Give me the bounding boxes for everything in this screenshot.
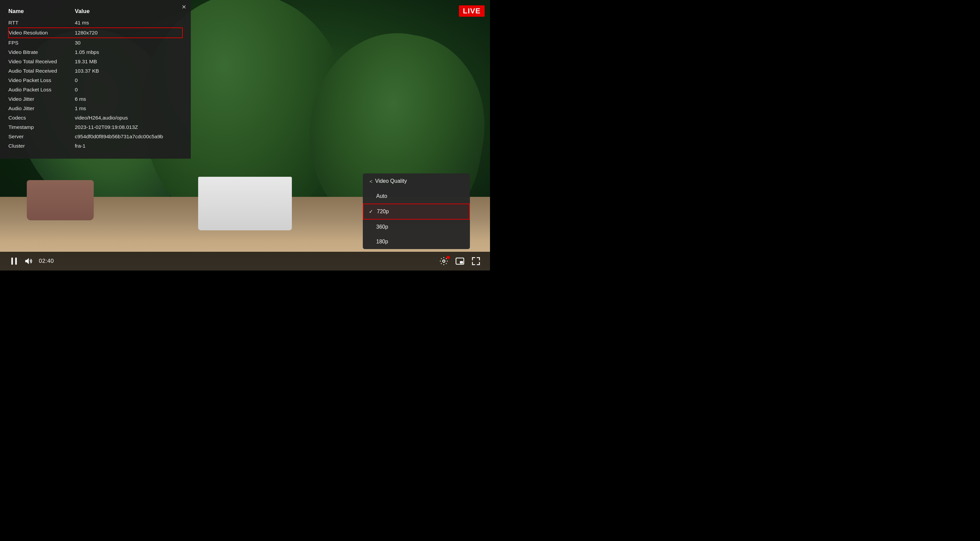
stat-value-9: 1 ms xyxy=(67,104,183,113)
stat-name-4: Video Total Received xyxy=(8,57,67,66)
settings-button[interactable] xyxy=(436,255,451,268)
settings-notification-dot xyxy=(447,256,450,259)
quality-option-180p[interactable]: 180p xyxy=(363,234,470,249)
svg-marker-2 xyxy=(25,258,29,264)
pause-icon xyxy=(10,256,19,266)
pip-button[interactable] xyxy=(452,255,467,268)
volume-button[interactable] xyxy=(21,255,36,268)
stat-value-10: video/H264,audio/opus xyxy=(67,113,183,123)
stat-name-13: Cluster xyxy=(8,141,67,151)
quality-menu: < Video Quality Auto720p360p180p xyxy=(363,173,470,249)
stat-value-3: 1.05 mbps xyxy=(67,48,183,57)
stat-value-2: 30 xyxy=(67,38,183,48)
stats-close-button[interactable]: × xyxy=(182,3,186,11)
right-controls xyxy=(436,255,483,268)
stat-value-8: 6 ms xyxy=(67,94,183,104)
stat-name-12: Server xyxy=(8,132,67,141)
col-header-name: Name xyxy=(8,7,67,18)
stat-name-6: Video Packet Loss xyxy=(8,76,67,85)
stat-name-10: Codecs xyxy=(8,113,67,123)
svg-rect-1 xyxy=(15,258,17,265)
stat-value-5: 103.37 KB xyxy=(67,66,183,76)
quality-option-720p[interactable]: 720p xyxy=(363,204,470,220)
quality-menu-header[interactable]: < Video Quality xyxy=(363,173,470,189)
stat-value-4: 19.31 MB xyxy=(67,57,183,66)
stat-name-2: FPS xyxy=(8,38,67,48)
stat-value-7: 0 xyxy=(67,85,183,94)
quality-option-auto[interactable]: Auto xyxy=(363,189,470,204)
stat-name-9: Audio Jitter xyxy=(8,104,67,113)
quality-menu-title: Video Quality xyxy=(375,178,407,184)
stat-value-1: 1280x720 xyxy=(67,28,183,38)
video-player: LIVE × Name Value RTT41 msVideo Resoluti… xyxy=(0,0,490,270)
stat-name-11: Timestamp xyxy=(8,123,67,132)
svg-rect-5 xyxy=(460,261,463,264)
stat-value-11: 2023-11-02T09:19:08.013Z xyxy=(67,123,183,132)
fullscreen-button[interactable] xyxy=(469,255,483,268)
stat-name-3: Video Bitrate xyxy=(8,48,67,57)
svg-point-3 xyxy=(443,260,445,263)
svg-rect-0 xyxy=(11,258,13,265)
controls-bar: 02:40 xyxy=(0,252,490,270)
white-planter xyxy=(198,177,292,230)
volume-icon xyxy=(24,256,33,266)
quality-option-360p[interactable]: 360p xyxy=(363,220,470,234)
back-arrow-icon: < xyxy=(369,178,372,184)
live-badge: LIVE xyxy=(459,5,485,17)
stat-value-0: 41 ms xyxy=(67,18,183,28)
stat-value-12: c954df0d0f894b56b731a7cdc00c5a9b xyxy=(67,132,183,141)
fullscreen-icon xyxy=(471,256,480,266)
stats-table: Name Value RTT41 msVideo Resolution1280x… xyxy=(8,7,183,151)
stat-name-0: RTT xyxy=(8,18,67,28)
pip-icon xyxy=(455,256,465,266)
time-display: 02:40 xyxy=(39,258,54,264)
stat-name-1: Video Resolution xyxy=(8,28,67,38)
stat-name-5: Audio Total Received xyxy=(8,66,67,76)
stats-overlay: × Name Value RTT41 msVideo Resolution128… xyxy=(0,0,191,159)
col-header-value: Value xyxy=(67,7,183,18)
stat-name-7: Audio Packet Loss xyxy=(8,85,67,94)
pot-area xyxy=(27,180,94,220)
stat-name-8: Video Jitter xyxy=(8,94,67,104)
stat-value-6: 0 xyxy=(67,76,183,85)
play-pause-button[interactable] xyxy=(7,255,21,268)
stat-value-13: fra-1 xyxy=(67,141,183,151)
